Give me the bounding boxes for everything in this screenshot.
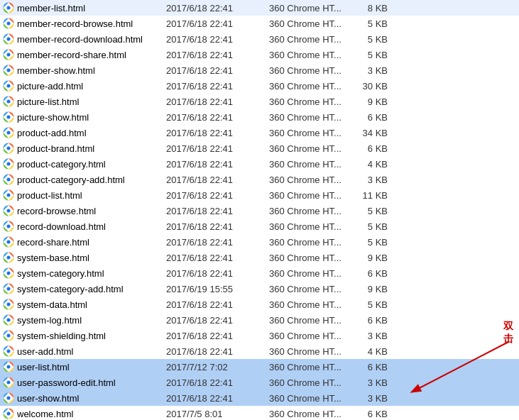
file-size: 9 KB [351,284,393,294]
html-file-icon [3,408,17,419]
file-row[interactable]: member-record-share.html2017/6/18 22:413… [0,47,519,62]
file-row[interactable]: member-list.html2017/6/18 22:41360 Chrom… [0,0,519,16]
file-row[interactable]: picture-list.html2017/6/18 22:41360 Chro… [0,94,519,109]
html-file-icon [3,392,17,404]
file-row[interactable]: picture-add.html2017/6/18 22:41360 Chrom… [0,78,519,94]
html-file-icon [3,80,17,92]
html-file-icon [3,221,17,232]
file-row[interactable]: system-category-add.html2017/6/19 15:553… [0,281,519,297]
file-type: 360 Chrome HT... [269,128,351,138]
html-file-icon [3,65,17,76]
file-size: 5 KB [351,50,393,60]
html-file-icon [3,111,17,123]
file-row[interactable]: user-list.html2017/7/12 7:02360 Chrome H… [0,359,519,375]
file-name: product-add.html [17,128,166,138]
file-list: member-list.html2017/6/18 22:41360 Chrom… [0,0,519,420]
svg-point-47 [7,241,11,244]
file-size: 5 KB [351,206,393,216]
file-size: 3 KB [351,377,393,388]
html-file-icon [3,49,17,60]
file-date: 2017/6/18 22:41 [166,112,269,123]
file-type: 360 Chrome HT... [269,18,351,29]
file-name: product-list.html [17,190,166,201]
file-row[interactable]: member-record-download.html2017/6/18 22:… [0,31,519,47]
file-type: 360 Chrome HT... [269,96,351,107]
file-row[interactable]: system-base.html2017/6/18 22:41360 Chrom… [0,250,519,265]
html-file-icon [3,267,17,279]
file-row[interactable]: picture-show.html2017/6/18 22:41360 Chro… [0,109,519,125]
html-file-icon [3,127,17,138]
file-name: member-record-share.html [17,50,166,60]
html-file-icon [3,96,17,107]
file-name: member-show.html [17,65,166,76]
svg-point-2 [7,6,11,10]
svg-point-32 [7,162,11,166]
file-size: 5 KB [351,18,393,29]
file-row[interactable]: system-data.html2017/6/18 22:41360 Chrom… [0,297,519,312]
file-row[interactable]: user-password-edit.html2017/6/18 22:4136… [0,375,519,390]
file-name: user-password-edit.html [17,377,166,388]
svg-point-5 [7,22,11,26]
file-row[interactable]: record-share.html2017/6/18 22:41360 Chro… [0,234,519,250]
file-type: 360 Chrome HT... [269,362,351,372]
svg-point-8 [7,38,11,41]
file-name: product-category-add.html [17,175,166,185]
svg-point-65 [7,334,11,338]
file-row[interactable]: product-add.html2017/6/18 22:41360 Chrom… [0,125,519,140]
file-size: 4 KB [351,159,393,170]
file-date: 2017/6/18 22:41 [166,96,269,107]
file-row[interactable]: system-log.html2017/6/18 22:41360 Chrome… [0,312,519,328]
svg-point-11 [7,53,11,57]
file-row[interactable]: member-show.html2017/6/18 22:41360 Chrom… [0,62,519,78]
file-type: 360 Chrome HT... [269,284,351,294]
file-row[interactable]: product-list.html2017/6/18 22:41360 Chro… [0,187,519,203]
file-name: user-show.html [17,393,166,404]
svg-point-26 [7,131,11,135]
html-file-icon [3,18,17,29]
file-row[interactable]: system-category.html2017/6/18 22:41360 C… [0,265,519,281]
file-row[interactable]: welcome.html2017/7/5 8:01360 Chrome HT..… [0,406,519,420]
file-row[interactable]: user-show.html2017/6/18 22:41360 Chrome … [0,390,519,406]
file-row[interactable]: product-category-add.html2017/6/18 22:41… [0,172,519,187]
file-type: 360 Chrome HT... [269,221,351,232]
file-date: 2017/6/18 22:41 [166,128,269,138]
file-row[interactable]: record-browse.html2017/6/18 22:41360 Chr… [0,203,519,219]
svg-point-20 [7,100,11,104]
file-date: 2017/6/18 22:41 [166,65,269,76]
file-size: 4 KB [351,346,393,357]
html-file-icon [3,361,17,372]
file-row[interactable]: record-download.html2017/6/18 22:41360 C… [0,219,519,234]
svg-point-41 [7,209,11,213]
file-row[interactable]: system-shielding.html2017/6/18 22:41360 … [0,328,519,343]
html-file-icon [3,314,17,326]
html-file-icon [3,283,17,294]
svg-point-50 [7,256,11,260]
file-type: 360 Chrome HT... [269,65,351,76]
file-size: 5 KB [351,34,393,45]
file-row[interactable]: member-record-browse.html2017/6/18 22:41… [0,16,519,31]
svg-point-38 [7,194,11,197]
file-row[interactable]: product-brand.html2017/6/18 22:41360 Chr… [0,140,519,156]
file-date: 2017/6/18 22:41 [166,393,269,404]
file-row[interactable]: user-add.html2017/6/18 22:41360 Chrome H… [0,343,519,359]
file-size: 6 KB [351,268,393,279]
file-name: member-record-browse.html [17,18,166,29]
file-type: 360 Chrome HT... [269,206,351,216]
file-name: system-category-add.html [17,284,166,294]
file-date: 2017/6/18 22:41 [166,18,269,29]
file-name: user-add.html [17,346,166,357]
file-size: 34 KB [351,128,393,138]
html-file-icon [3,189,17,201]
file-size: 8 KB [351,3,393,13]
html-file-icon [3,346,17,357]
file-name: system-log.html [17,315,166,326]
svg-point-59 [7,303,11,306]
html-file-icon [3,158,17,170]
file-size: 9 KB [351,96,393,107]
file-type: 360 Chrome HT... [269,159,351,170]
file-name: record-browse.html [17,206,166,216]
file-type: 360 Chrome HT... [269,393,351,404]
file-row[interactable]: product-category.html2017/6/18 22:41360 … [0,156,519,172]
file-date: 2017/6/19 15:55 [166,284,269,294]
file-name: member-list.html [17,3,166,13]
